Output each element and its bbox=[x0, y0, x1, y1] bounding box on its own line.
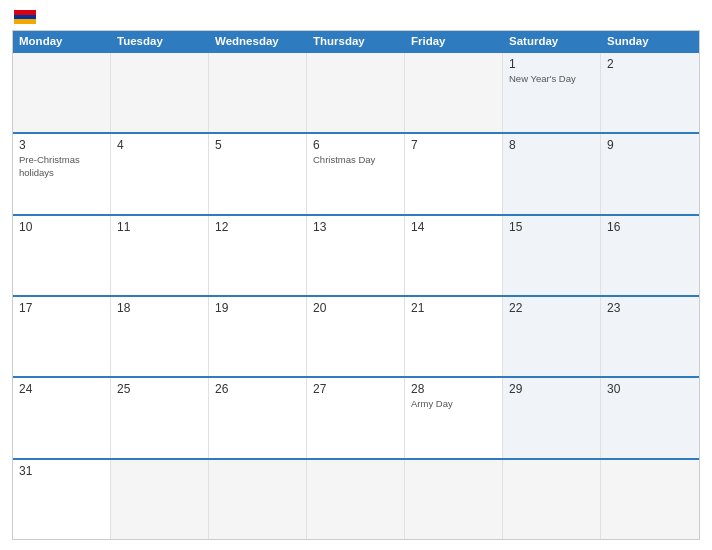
day-cell: 2 bbox=[601, 53, 699, 132]
day-number: 23 bbox=[607, 301, 693, 315]
day-cell: 9 bbox=[601, 134, 699, 213]
week-row-3: 17181920212223 bbox=[13, 295, 699, 376]
day-headers: MondayTuesdayWednesdayThursdayFridaySatu… bbox=[13, 31, 699, 51]
day-cell bbox=[209, 460, 307, 539]
day-number: 20 bbox=[313, 301, 398, 315]
day-number: 9 bbox=[607, 138, 693, 152]
day-number: 1 bbox=[509, 57, 594, 71]
holiday-name: Pre-Christmas holidays bbox=[19, 154, 104, 179]
day-cell: 16 bbox=[601, 216, 699, 295]
day-number: 7 bbox=[411, 138, 496, 152]
day-number: 28 bbox=[411, 382, 496, 396]
day-number: 15 bbox=[509, 220, 594, 234]
day-cell bbox=[601, 460, 699, 539]
day-cell bbox=[111, 53, 209, 132]
day-cell: 20 bbox=[307, 297, 405, 376]
day-header-monday: Monday bbox=[13, 31, 111, 51]
day-number: 3 bbox=[19, 138, 104, 152]
day-cell: 14 bbox=[405, 216, 503, 295]
holiday-name: Christmas Day bbox=[313, 154, 398, 166]
day-cell: 27 bbox=[307, 378, 405, 457]
day-cell: 13 bbox=[307, 216, 405, 295]
svg-rect-1 bbox=[14, 15, 36, 19]
day-header-friday: Friday bbox=[405, 31, 503, 51]
day-cell: 30 bbox=[601, 378, 699, 457]
week-row-0: 1New Year's Day2 bbox=[13, 51, 699, 132]
day-number: 16 bbox=[607, 220, 693, 234]
day-cell: 12 bbox=[209, 216, 307, 295]
week-row-2: 10111213141516 bbox=[13, 214, 699, 295]
day-cell bbox=[503, 460, 601, 539]
day-number: 22 bbox=[509, 301, 594, 315]
day-number: 13 bbox=[313, 220, 398, 234]
day-number: 14 bbox=[411, 220, 496, 234]
calendar-grid: MondayTuesdayWednesdayThursdayFridaySatu… bbox=[12, 30, 700, 540]
holiday-name: Army Day bbox=[411, 398, 496, 410]
day-cell: 29 bbox=[503, 378, 601, 457]
day-cell: 1New Year's Day bbox=[503, 53, 601, 132]
day-cell: 6Christmas Day bbox=[307, 134, 405, 213]
logo-flag-icon bbox=[14, 10, 36, 24]
day-cell: 18 bbox=[111, 297, 209, 376]
day-cell: 23 bbox=[601, 297, 699, 376]
day-number: 11 bbox=[117, 220, 202, 234]
day-cell: 10 bbox=[13, 216, 111, 295]
day-number: 21 bbox=[411, 301, 496, 315]
day-header-sunday: Sunday bbox=[601, 31, 699, 51]
day-number: 4 bbox=[117, 138, 202, 152]
day-number: 30 bbox=[607, 382, 693, 396]
day-number: 10 bbox=[19, 220, 104, 234]
day-cell: 22 bbox=[503, 297, 601, 376]
day-cell: 28Army Day bbox=[405, 378, 503, 457]
day-cell: 7 bbox=[405, 134, 503, 213]
day-number: 25 bbox=[117, 382, 202, 396]
weeks: 1New Year's Day23Pre-Christmas holidays4… bbox=[13, 51, 699, 539]
day-number: 17 bbox=[19, 301, 104, 315]
header bbox=[12, 10, 700, 24]
day-header-saturday: Saturday bbox=[503, 31, 601, 51]
day-header-wednesday: Wednesday bbox=[209, 31, 307, 51]
logo bbox=[12, 10, 36, 24]
week-row-5: 31 bbox=[13, 458, 699, 539]
day-cell bbox=[405, 53, 503, 132]
day-cell: 17 bbox=[13, 297, 111, 376]
week-row-4: 2425262728Army Day2930 bbox=[13, 376, 699, 457]
week-row-1: 3Pre-Christmas holidays456Christmas Day7… bbox=[13, 132, 699, 213]
day-number: 18 bbox=[117, 301, 202, 315]
holiday-name: New Year's Day bbox=[509, 73, 594, 85]
day-header-thursday: Thursday bbox=[307, 31, 405, 51]
day-number: 26 bbox=[215, 382, 300, 396]
day-number: 8 bbox=[509, 138, 594, 152]
day-cell bbox=[111, 460, 209, 539]
day-cell bbox=[209, 53, 307, 132]
day-number: 24 bbox=[19, 382, 104, 396]
day-cell: 8 bbox=[503, 134, 601, 213]
day-cell: 25 bbox=[111, 378, 209, 457]
day-cell bbox=[307, 460, 405, 539]
day-cell: 3Pre-Christmas holidays bbox=[13, 134, 111, 213]
day-cell: 11 bbox=[111, 216, 209, 295]
day-cell: 5 bbox=[209, 134, 307, 213]
day-cell: 4 bbox=[111, 134, 209, 213]
day-number: 6 bbox=[313, 138, 398, 152]
day-cell bbox=[405, 460, 503, 539]
svg-rect-0 bbox=[14, 10, 36, 15]
day-cell bbox=[307, 53, 405, 132]
calendar-container: MondayTuesdayWednesdayThursdayFridaySatu… bbox=[0, 0, 712, 550]
day-cell: 19 bbox=[209, 297, 307, 376]
day-number: 29 bbox=[509, 382, 594, 396]
day-cell bbox=[13, 53, 111, 132]
day-header-tuesday: Tuesday bbox=[111, 31, 209, 51]
day-number: 31 bbox=[19, 464, 104, 478]
day-number: 19 bbox=[215, 301, 300, 315]
day-cell: 21 bbox=[405, 297, 503, 376]
day-cell: 26 bbox=[209, 378, 307, 457]
day-number: 12 bbox=[215, 220, 300, 234]
day-cell: 24 bbox=[13, 378, 111, 457]
day-number: 27 bbox=[313, 382, 398, 396]
day-cell: 15 bbox=[503, 216, 601, 295]
day-number: 5 bbox=[215, 138, 300, 152]
day-cell: 31 bbox=[13, 460, 111, 539]
svg-rect-2 bbox=[14, 19, 36, 24]
day-number: 2 bbox=[607, 57, 693, 71]
